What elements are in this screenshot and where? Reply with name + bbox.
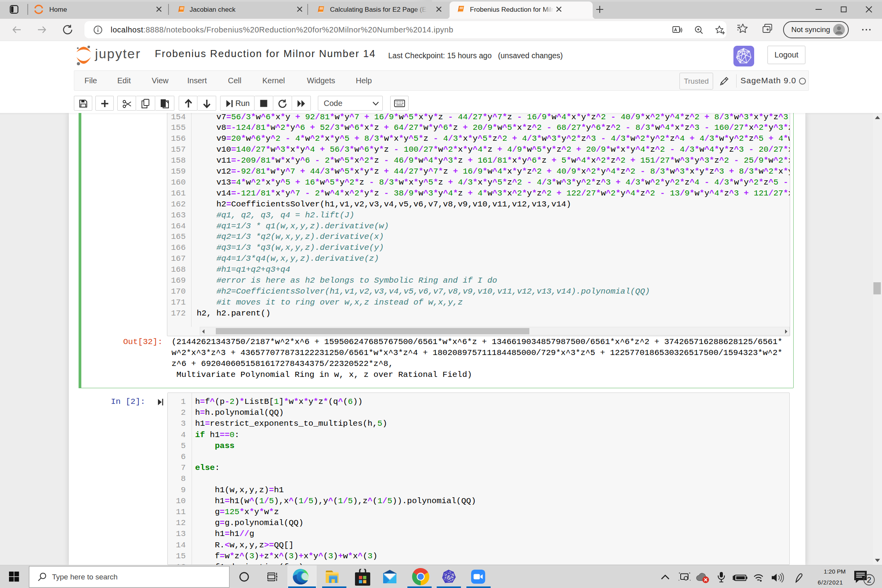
svg-text:2: 2 <box>867 575 871 584</box>
